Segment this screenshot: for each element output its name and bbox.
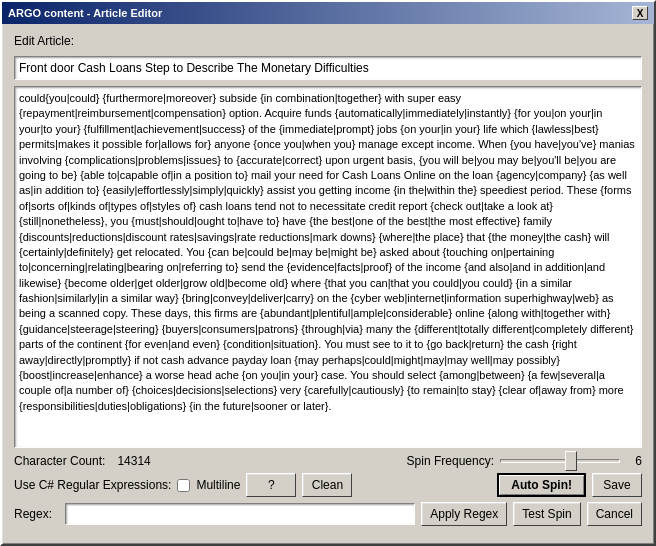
bottom-controls: Character Count: 14314 Spin Frequency: 6… <box>14 454 642 534</box>
clean-button[interactable]: Clean <box>302 473 352 497</box>
right-buttons-row2: Test Spin Cancel <box>513 502 642 526</box>
auto-spin-button[interactable]: Auto Spin! <box>497 473 586 497</box>
cancel-button[interactable]: Cancel <box>587 502 642 526</box>
main-content: Edit Article: could{you|could} {furtherm… <box>2 24 654 544</box>
spin-freq-section: Spin Frequency: 6 <box>407 454 642 468</box>
article-content-textarea[interactable]: could{you|could} {furthermore|moreover} … <box>14 86 642 448</box>
controls-row2: Regex: Apply Regex Test Spin Cancel <box>14 502 642 526</box>
close-button[interactable]: X <box>632 6 648 20</box>
question-button[interactable]: ? <box>246 473 296 497</box>
left-controls-row2: Regex: Apply Regex <box>14 502 507 526</box>
controls-row1: Use C# Regular Expressions: Multiline ? … <box>14 473 642 497</box>
title-bar: ARGO content - Article Editor X <box>2 2 654 24</box>
use-regex-label: Use C# Regular Expressions: <box>14 478 171 492</box>
regex-label: Regex: <box>14 507 59 521</box>
char-count-section: Character Count: 14314 <box>14 454 151 468</box>
multiline-label: Multiline <box>196 478 240 492</box>
char-spin-row: Character Count: 14314 Spin Frequency: 6 <box>14 454 642 468</box>
char-count-label: Character Count: <box>14 454 105 468</box>
spin-freq-label: Spin Frequency: <box>407 454 494 468</box>
test-spin-button[interactable]: Test Spin <box>513 502 580 526</box>
window-title: ARGO content - Article Editor <box>8 7 162 19</box>
save-button[interactable]: Save <box>592 473 642 497</box>
right-buttons-row1: Auto Spin! Save <box>497 473 642 497</box>
apply-regex-button[interactable]: Apply Regex <box>421 502 507 526</box>
char-count-value: 14314 <box>117 454 150 468</box>
main-window: ARGO content - Article Editor X Edit Art… <box>0 0 656 546</box>
spin-freq-slider[interactable] <box>500 459 620 463</box>
use-regex-checkbox[interactable] <box>177 479 190 492</box>
regex-input[interactable] <box>65 503 415 525</box>
article-title-input[interactable] <box>14 56 642 80</box>
edit-article-label: Edit Article: <box>14 34 642 48</box>
spin-freq-value: 6 <box>626 454 642 468</box>
left-controls-row1: Use C# Regular Expressions: Multiline ? … <box>14 473 491 497</box>
